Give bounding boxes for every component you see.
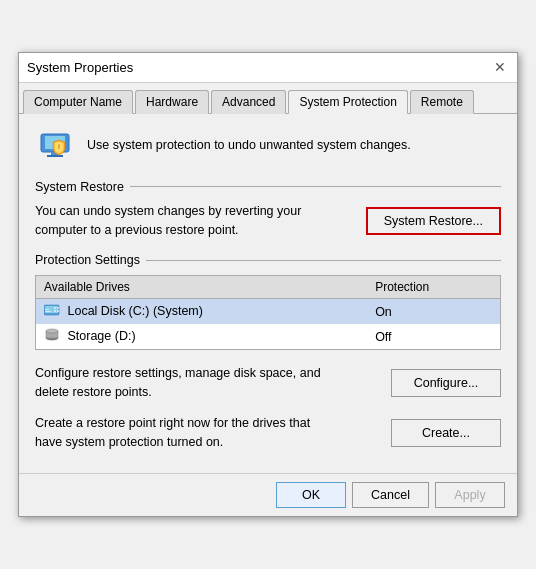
svg-text:i: i [58, 143, 60, 150]
create-button[interactable]: Create... [391, 419, 501, 447]
apply-button[interactable]: Apply [435, 482, 505, 508]
create-description: Create a restore point right now for the… [35, 414, 335, 452]
title-bar: System Properties ✕ [19, 53, 517, 83]
window-title: System Properties [27, 60, 133, 75]
drive-name-d: Storage (D:) [36, 324, 368, 350]
drive-icon-d [44, 328, 60, 345]
restore-row: You can undo system changes by reverting… [35, 202, 501, 240]
system-restore-button[interactable]: System Restore... [366, 207, 501, 235]
drive-icon-c [44, 303, 60, 320]
svg-rect-7 [45, 309, 49, 310]
table-row[interactable]: Local Disk (C:) (System) On [36, 299, 501, 325]
intro-text: Use system protection to undo unwanted s… [87, 137, 411, 155]
tab-computer-name[interactable]: Computer Name [23, 90, 133, 114]
svg-rect-12 [57, 310, 59, 312]
svg-rect-9 [54, 307, 56, 309]
close-button[interactable]: ✕ [491, 58, 509, 76]
configure-button[interactable]: Configure... [391, 369, 501, 397]
svg-rect-10 [57, 307, 59, 309]
protection-settings-section: Protection Settings Available Drives Pro… [35, 253, 501, 350]
col-protection: Protection [367, 276, 500, 299]
shield-icon: i [35, 126, 75, 166]
svg-point-15 [46, 329, 58, 333]
svg-rect-3 [47, 155, 63, 157]
col-available-drives: Available Drives [36, 276, 368, 299]
system-properties-window: System Properties ✕ Computer Name Hardwa… [18, 52, 518, 518]
svg-rect-8 [45, 311, 51, 312]
footer: OK Cancel Apply [19, 473, 517, 516]
restore-description: You can undo system changes by reverting… [35, 202, 305, 240]
ok-button[interactable]: OK [276, 482, 346, 508]
protection-settings-header: Protection Settings [35, 253, 501, 267]
intro-section: i Use system protection to undo unwanted… [35, 126, 501, 166]
configure-row: Configure restore settings, manage disk … [35, 364, 501, 402]
tab-bar: Computer Name Hardware Advanced System P… [19, 83, 517, 114]
protection-status-d: Off [367, 324, 500, 350]
create-row: Create a restore point right now for the… [35, 414, 501, 452]
drive-name-c: Local Disk (C:) (System) [36, 299, 368, 325]
tab-advanced[interactable]: Advanced [211, 90, 286, 114]
table-row[interactable]: Storage (D:) Off [36, 324, 501, 350]
protection-status-c: On [367, 299, 500, 325]
svg-rect-11 [54, 310, 56, 312]
drives-table: Available Drives Protection [35, 275, 501, 350]
tab-content: i Use system protection to undo unwanted… [19, 114, 517, 474]
tab-hardware[interactable]: Hardware [135, 90, 209, 114]
configure-description: Configure restore settings, manage disk … [35, 364, 335, 402]
tab-remote[interactable]: Remote [410, 90, 474, 114]
cancel-button[interactable]: Cancel [352, 482, 429, 508]
system-restore-section: System Restore You can undo system chang… [35, 180, 501, 240]
tab-system-protection[interactable]: System Protection [288, 90, 407, 114]
system-restore-header: System Restore [35, 180, 501, 194]
